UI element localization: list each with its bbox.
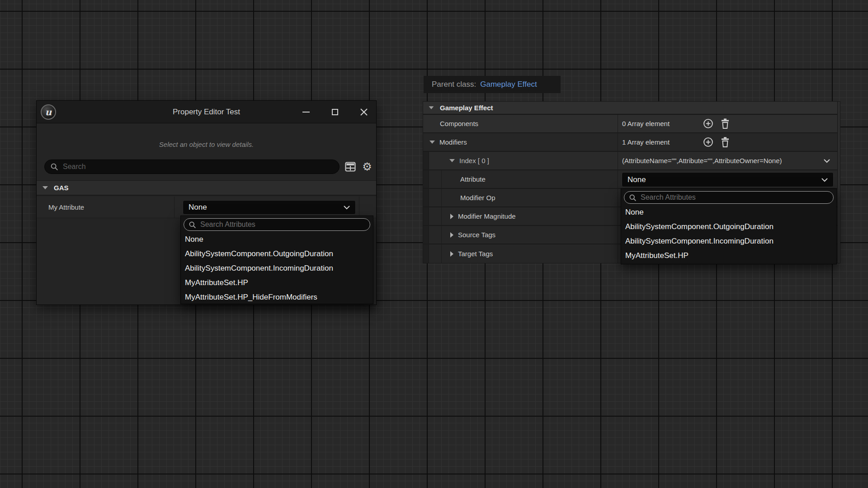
dropdown-item[interactable]: None [181, 232, 373, 247]
row-index-0: Index [ 0 ] (AttributeName="",Attribute=… [423, 152, 840, 170]
chevron-down-icon [821, 178, 828, 182]
indent-guide [423, 152, 429, 169]
settings-button[interactable]: ⚙ [361, 161, 373, 173]
close-button[interactable] [358, 106, 370, 118]
category-label: GAS [54, 184, 69, 192]
dropdown-search-box[interactable] [624, 191, 834, 204]
minimize-button[interactable] [300, 106, 312, 118]
expand-arrow-icon[interactable] [449, 159, 455, 162]
dropdown-item[interactable]: AbilitySystemComponent.OutgoingDuration [181, 247, 373, 261]
attribute-combobox[interactable]: None [622, 172, 834, 187]
expand-arrow-icon [42, 186, 48, 189]
parent-class-link[interactable]: Gameplay Effect [480, 80, 537, 89]
maximize-icon [332, 109, 338, 115]
dropdown-item[interactable]: MyAttributeSet.HP [181, 276, 373, 290]
attribute-dropdown-popup: NoneAbilitySystemComponent.OutgoingDurat… [621, 188, 837, 264]
property-row-my-attribute: My Attribute None [37, 197, 376, 218]
category-header-gas[interactable]: GAS [37, 180, 376, 196]
row-label: Target Tags [458, 250, 493, 258]
row-label: Components [440, 120, 478, 127]
indent-guide [423, 170, 429, 188]
indent-guide [423, 244, 429, 263]
search-box[interactable] [44, 160, 340, 174]
window-titlebar[interactable]: u Property Editor Test [37, 101, 376, 123]
clear-array-button[interactable] [721, 118, 730, 129]
dropdown-search-box[interactable] [184, 218, 370, 231]
maximize-button[interactable] [329, 106, 341, 118]
dropdown-search-input[interactable] [641, 193, 829, 202]
dropdown-item[interactable]: AbilitySystemComponent.OutgoingDuration [621, 220, 836, 234]
collapsed-arrow-icon[interactable] [450, 214, 453, 219]
struct-preview: (AttributeName="",Attribute="",Attribute… [618, 157, 782, 164]
gear-icon: ⚙ [362, 161, 372, 172]
clear-array-button[interactable] [721, 137, 730, 147]
dropdown-item[interactable]: None [621, 205, 836, 220]
expand-arrow-icon [429, 106, 434, 109]
indent-guide [423, 207, 429, 225]
attribute-dropdown-popup: NoneAbilitySystemComponent.OutgoingDurat… [180, 216, 373, 304]
indent-guide [441, 207, 442, 225]
chevron-down-icon [344, 206, 350, 210]
chevron-down-icon[interactable] [824, 159, 830, 163]
search-icon [629, 194, 637, 202]
detail-view-options-button[interactable] [344, 161, 356, 173]
row-components: Components 0 Array element [423, 115, 840, 133]
empty-selection-hint: Select an object to view details. [37, 141, 376, 148]
indent-guide [423, 226, 429, 244]
search-icon [50, 163, 58, 171]
parent-class-label: Parent class: [432, 80, 476, 89]
property-label: My Attribute [37, 197, 175, 218]
dropdown-search-input[interactable] [200, 221, 365, 229]
category-header-gameplay-effect[interactable]: Gameplay Effect [423, 102, 840, 115]
row-attribute: Attribute None [423, 170, 840, 189]
dropdown-item[interactable]: MyAttributeSet.HP [621, 249, 836, 263]
search-icon [189, 221, 196, 229]
dropdown-item[interactable]: AbilitySystemComponent.IncomingDuration [181, 261, 373, 276]
category-label: Gameplay Effect [440, 104, 493, 112]
minimize-icon [302, 112, 310, 113]
dropdown-item[interactable]: MyAttributeSet.HP_HideFromModifiers [181, 290, 373, 305]
search-input[interactable] [63, 163, 334, 171]
indent-guide [441, 244, 442, 263]
indent-guide [423, 189, 429, 206]
table-grid-icon [345, 162, 356, 172]
combobox-value: None [627, 175, 646, 184]
collapsed-arrow-icon[interactable] [450, 251, 453, 257]
row-label: Modifier Magnitude [458, 212, 516, 220]
row-modifiers: Modifiers 1 Array element [423, 133, 840, 152]
row-label: Index [ 0 ] [459, 157, 489, 164]
scrollbar-gutter[interactable] [837, 102, 840, 263]
array-count: 0 Array element [618, 120, 670, 127]
my-attribute-combobox[interactable]: None [183, 200, 356, 215]
array-count: 1 Array element [618, 138, 670, 146]
collapsed-arrow-icon[interactable] [450, 232, 453, 238]
indent-guide [441, 226, 442, 244]
row-label: Modifiers [439, 138, 467, 146]
attribute-options-list: NoneAbilitySystemComponent.OutgoingDurat… [181, 232, 373, 305]
close-icon [360, 108, 368, 116]
add-element-button[interactable] [703, 118, 713, 129]
indent-guide [441, 189, 442, 206]
attribute-options-list: NoneAbilitySystemComponent.OutgoingDurat… [621, 205, 836, 263]
row-label: Attribute [460, 175, 486, 183]
add-element-button[interactable] [703, 137, 713, 147]
indent-guide [441, 170, 442, 188]
expand-arrow-icon[interactable] [429, 141, 435, 144]
parent-class-bar: Parent class: Gameplay Effect [424, 76, 561, 93]
row-label: Modifier Op [460, 194, 495, 202]
row-label: Source Tags [458, 231, 495, 239]
combobox-value: None [189, 203, 207, 212]
dropdown-item[interactable]: AbilitySystemComponent.IncomingDuration [621, 234, 836, 249]
